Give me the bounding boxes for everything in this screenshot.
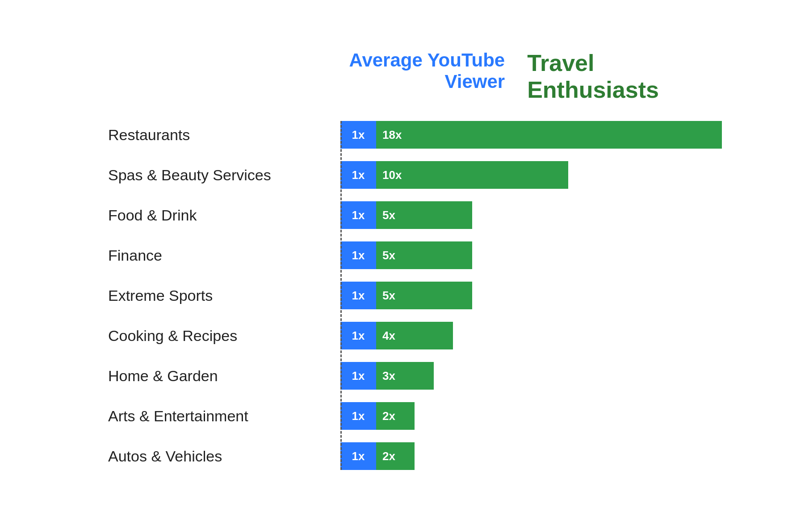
row-label: Finance bbox=[108, 247, 340, 264]
avg-bar: 1x bbox=[340, 442, 376, 470]
travel-bar: 5x bbox=[376, 201, 472, 229]
avg-bar: 1x bbox=[340, 282, 376, 309]
travel-bar: 5x bbox=[376, 241, 472, 269]
header-travel-title: Travel Enthusiasts bbox=[514, 50, 680, 103]
avg-bar: 1x bbox=[340, 241, 376, 269]
chart-rows-wrapper: Restaurants1x18xSpas & Beauty Services1x… bbox=[108, 121, 680, 470]
row-label: Home & Garden bbox=[108, 367, 340, 385]
avg-bar: 1x bbox=[340, 121, 376, 149]
table-row: Restaurants1x18x bbox=[108, 121, 680, 149]
bars-section: 1x4x bbox=[340, 322, 680, 349]
row-label: Spas & Beauty Services bbox=[108, 166, 340, 184]
bars-section: 1x18x bbox=[340, 121, 722, 149]
travel-bar: 5x bbox=[376, 282, 472, 309]
bars-section: 1x5x bbox=[340, 282, 680, 309]
header-avg-title: Average YouTube Viewer bbox=[340, 50, 514, 103]
bars-section: 1x2x bbox=[340, 402, 680, 430]
header-right-area: Average YouTube Viewer Travel Enthusiast… bbox=[340, 50, 680, 103]
table-row: Cooking & Recipes1x4x bbox=[108, 322, 680, 349]
bars-section: 1x5x bbox=[340, 241, 680, 269]
travel-bar: 2x bbox=[376, 442, 415, 470]
travel-bar: 18x bbox=[376, 121, 722, 149]
travel-bar: 2x bbox=[376, 402, 415, 430]
bars-section: 1x2x bbox=[340, 442, 680, 470]
avg-bar: 1x bbox=[340, 201, 376, 229]
avg-bar: 1x bbox=[340, 402, 376, 430]
chart-container: Average YouTube Viewer Travel Enthusiast… bbox=[81, 32, 707, 500]
row-label: Arts & Entertainment bbox=[108, 407, 340, 425]
table-row: Finance1x5x bbox=[108, 241, 680, 269]
row-label: Autos & Vehicles bbox=[108, 448, 340, 465]
row-label: Food & Drink bbox=[108, 207, 340, 224]
row-label: Extreme Sports bbox=[108, 287, 340, 304]
bars-section: 1x10x bbox=[340, 161, 680, 189]
table-row: Extreme Sports1x5x bbox=[108, 282, 680, 309]
avg-bar: 1x bbox=[340, 362, 376, 390]
row-label: Cooking & Recipes bbox=[108, 327, 340, 345]
table-row: Food & Drink1x5x bbox=[108, 201, 680, 229]
bars-section: 1x3x bbox=[340, 362, 680, 390]
chart-rows: Restaurants1x18xSpas & Beauty Services1x… bbox=[108, 121, 680, 470]
row-label: Restaurants bbox=[108, 126, 340, 144]
travel-bar: 3x bbox=[376, 362, 434, 390]
avg-bar: 1x bbox=[340, 161, 376, 189]
table-row: Spas & Beauty Services1x10x bbox=[108, 161, 680, 189]
table-row: Arts & Entertainment1x2x bbox=[108, 402, 680, 430]
avg-bar: 1x bbox=[340, 322, 376, 349]
travel-bar: 10x bbox=[376, 161, 568, 189]
table-row: Home & Garden1x3x bbox=[108, 362, 680, 390]
travel-bar: 4x bbox=[376, 322, 453, 349]
bars-section: 1x5x bbox=[340, 201, 680, 229]
table-row: Autos & Vehicles1x2x bbox=[108, 442, 680, 470]
chart-headers: Average YouTube Viewer Travel Enthusiast… bbox=[108, 50, 680, 103]
